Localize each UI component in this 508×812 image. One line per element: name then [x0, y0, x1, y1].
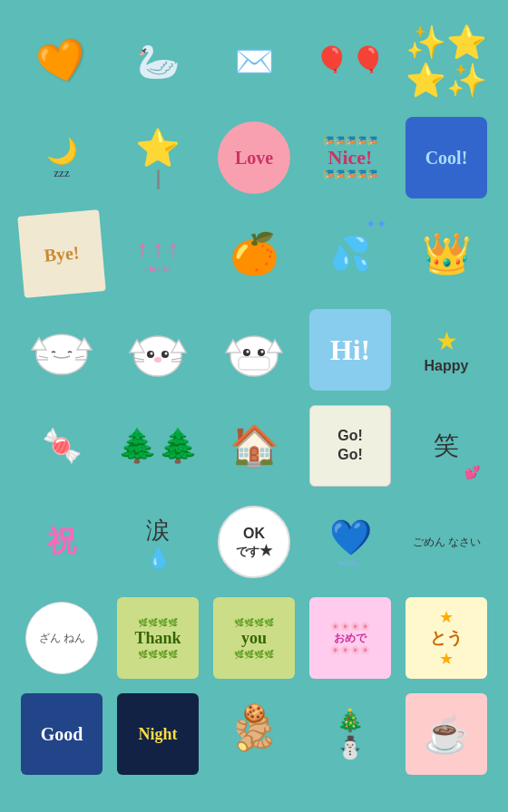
balloon-icon: 🎈🎈 [314, 44, 386, 79]
you-border-bottom: 🌿🌿🌿🌿 [234, 650, 274, 659]
happy-label: Happy [425, 358, 469, 374]
sticker-heart[interactable]: 🧡 [16, 16, 107, 107]
crown-icon: 👑 [422, 230, 472, 277]
sticker-iwai[interactable]: 祝 [16, 497, 107, 587]
house-icon: 🏠 [230, 422, 279, 469]
cat-white-svg [126, 318, 190, 382]
sticker-swan[interactable]: 🦢 [112, 16, 203, 107]
xmas-tree-icon: 🎄 [337, 708, 364, 733]
tou-star2: ★ [439, 649, 454, 669]
omede-label: おめで [334, 631, 366, 646]
sticker-crown[interactable]: 👑 [401, 208, 492, 299]
snowman-icon: ⛄ [337, 735, 364, 760]
sticker-omede[interactable]: 🌸🌸🌸🌸 おめで 🌸🌸🌸🌸 [305, 593, 396, 683]
tou-label: とう [430, 627, 463, 649]
warai-label: 笑 [434, 429, 459, 463]
sticker-cool[interactable]: Cool! [401, 112, 492, 203]
sticker-gingerbread[interactable]: 🫚 🍪 [209, 689, 299, 779]
moon-label: zzz [54, 166, 69, 180]
sticker-house[interactable]: 🏠 [209, 401, 299, 491]
sticker-orange[interactable]: 🍊 [209, 208, 299, 299]
sticker-gomen[interactable]: ごめん なさい [401, 497, 492, 587]
sticker-hi[interactable]: Hi! [305, 304, 396, 395]
gingerbread-man: 🍪 [243, 702, 266, 724]
svg-point-7 [134, 336, 181, 376]
night-label: Night [138, 725, 177, 744]
you-label: you [241, 629, 267, 648]
tou-star: ★ [439, 607, 454, 627]
mug-icon: ☕ [424, 713, 469, 756]
splash-star: ✦✦ [366, 217, 387, 231]
orange-icon: 🍊 [230, 230, 279, 277]
splash-icon: 💦 [330, 235, 371, 273]
svg-point-0 [36, 334, 87, 374]
sticker-envelope[interactable]: ✉️ [209, 16, 299, 107]
namida-drop: 💧 [146, 546, 171, 570]
svg-rect-26 [239, 357, 269, 370]
sticker-night[interactable]: Night [112, 689, 203, 779]
svg-point-14 [154, 357, 161, 362]
nice-banners-top: 🎏🎏🎏🎏🎏 [323, 136, 377, 146]
gogo-label: Go!Go! [337, 427, 363, 465]
sticker-nice[interactable]: 🎏🎏🎏🎏🎏 Nice! 🎏🎏🎏🎏🎏 [305, 112, 396, 203]
sticker-xmas[interactable]: 🎄 ⛄ [305, 689, 396, 779]
sticker-love[interactable]: Love [209, 112, 299, 203]
sticker-candy[interactable]: 🍬 [16, 401, 107, 491]
you-border-top: 🌿🌿🌿🌿 [234, 618, 274, 627]
tree-icon: 🌲🌲 [117, 427, 199, 465]
sticker-balloons[interactable]: 🎈🎈 [305, 16, 396, 107]
stars-icon: ✨⭐⭐✨ [405, 24, 487, 100]
namida-kanji: 涙 [146, 515, 170, 546]
sticker-bye[interactable]: Bye! [16, 208, 107, 299]
sticker-mug[interactable]: ☕ [401, 689, 492, 779]
gomen-label: ごめん なさい [413, 535, 481, 550]
ok-label: OKです★ [236, 525, 272, 559]
heart-balloon-icon: 💙 [329, 517, 372, 557]
thank-label: Thank [134, 629, 181, 648]
thank-border-top: 🌿🌿🌿🌿 [138, 618, 178, 627]
sticker-gogo[interactable]: Go!Go! [305, 401, 396, 491]
svg-point-24 [247, 351, 249, 353]
sticker-heart-balloon[interactable]: 💙 wish... [305, 497, 396, 587]
sticker-you[interactable]: 🌿🌿🌿🌿 you 🌿🌿🌿🌿 [209, 593, 299, 683]
omede-flowers-bottom: 🌸🌸🌸🌸 [330, 645, 370, 654]
sticker-splash[interactable]: 💦 ✦✦ [305, 208, 396, 299]
happy-star: ★ [435, 326, 458, 356]
nice-label: Nice! [328, 146, 373, 169]
sticker-cat-sleeping[interactable] [16, 304, 107, 395]
iwai-label: 祝 [47, 522, 76, 562]
envelope-icon: ✉️ [234, 43, 275, 81]
sticker-star-wand[interactable]: ⭐ [112, 112, 203, 203]
good-label: Good [41, 724, 83, 745]
swan-icon: 🦢 [137, 42, 180, 82]
cat-masked-svg [222, 318, 286, 382]
warai-hearts: 💕 [464, 465, 480, 479]
svg-point-25 [261, 351, 264, 353]
hi-label: Hi! [330, 334, 370, 367]
sticker-cat-masked[interactable] [209, 304, 299, 395]
sticker-zannen[interactable]: ざん ねん [16, 593, 107, 683]
sticker-moon-night[interactable]: 🌙 zzz [16, 112, 107, 203]
sticker-ok[interactable]: OKです★ [209, 497, 299, 587]
sticker-check[interactable]: ↑ ↑ ↑ check! [112, 208, 203, 299]
zannen-label: ざん ねん [39, 631, 85, 646]
sticker-happy[interactable]: ★ Happy [401, 304, 492, 395]
thank-border-bottom: 🌿🌿🌿🌿 [138, 650, 178, 659]
sticker-good[interactable]: Good [16, 689, 107, 779]
moon-icon: 🌙 [46, 136, 78, 166]
bye-label: Bye! [44, 242, 81, 266]
star-icon: ⭐ [135, 127, 181, 169]
sticker-cat-white[interactable] [112, 304, 203, 395]
wand-stick [157, 169, 160, 189]
sticker-namida[interactable]: 涙 💧 [112, 497, 203, 587]
sticker-trees[interactable]: 🌲🌲 [112, 401, 203, 491]
sticker-tou[interactable]: ★ とう ★ [401, 593, 492, 683]
balloon-wish-text: wish... [338, 557, 362, 567]
candy-icon: 🍬 [42, 427, 83, 465]
cat-sleeping-svg [30, 318, 93, 382]
sticker-grid: 🧡 🦢 ✉️ 🎈🎈 ✨⭐⭐✨ 🌙 zzz ⭐ L [9, 9, 499, 787]
sticker-warai[interactable]: 笑 💕 [401, 401, 492, 491]
svg-point-13 [165, 353, 168, 355]
sticker-blue-stars[interactable]: ✨⭐⭐✨ [401, 16, 492, 107]
sticker-thank[interactable]: 🌿🌿🌿🌿 Thank 🌿🌿🌿🌿 [112, 593, 203, 683]
